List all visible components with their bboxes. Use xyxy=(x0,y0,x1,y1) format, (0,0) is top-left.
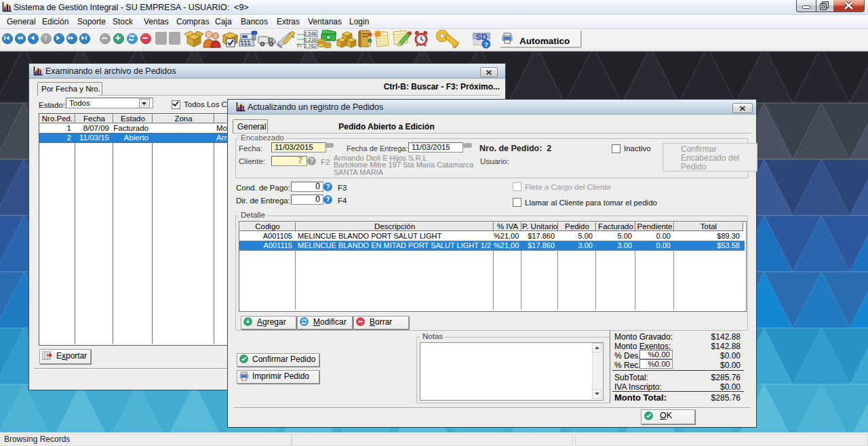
svg-text:T=: T= xyxy=(296,43,302,48)
svg-text:0.216: 0.216 xyxy=(304,37,317,43)
svg-text:2.762: 2.762 xyxy=(304,43,317,49)
svg-text:?: ? xyxy=(43,35,47,41)
svg-text:?: ? xyxy=(484,41,488,48)
svg-text:2.546: 2.546 xyxy=(304,31,317,37)
